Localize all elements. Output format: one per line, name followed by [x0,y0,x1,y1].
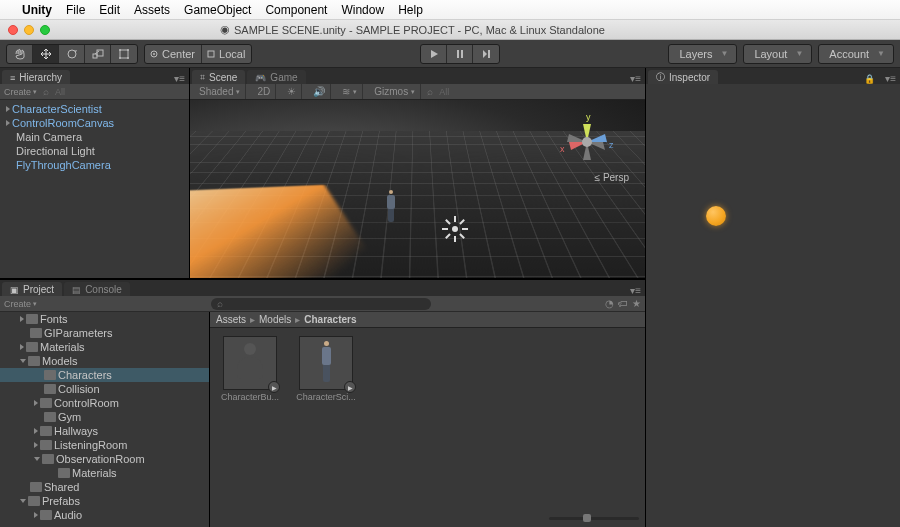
svg-point-7 [127,57,129,59]
menu-window[interactable]: Window [341,3,384,17]
project-console-area: ▣Project ▤Console ▾≡ Create ▾ ◔ 🏷 ★ Font… [0,278,645,527]
zoom-window-button[interactable] [40,25,50,35]
svg-rect-1 [93,54,97,58]
pivot-space-group: Center Local [144,44,252,64]
project-search[interactable] [211,298,431,310]
svg-rect-12 [461,50,463,58]
asset-preview-play-icon[interactable]: ▶ [344,381,356,393]
projection-label[interactable]: ≤ Persp [595,172,629,183]
project-tree[interactable]: Fonts GIParameters Materials Models Char… [0,312,210,527]
svg-point-6 [119,57,121,59]
shading-dropdown[interactable]: Shaded ▾ [194,84,246,99]
hand-tool[interactable] [7,45,33,63]
search-icon [217,298,223,309]
svg-text:x: x [560,144,565,154]
svg-point-23 [582,137,592,147]
hierarchy-search[interactable]: All [55,87,65,97]
label-icon[interactable]: 🏷 [618,298,628,309]
pause-button[interactable] [447,45,473,63]
svg-text:y: y [586,112,591,122]
scene-fx-toggle[interactable]: ≋ ▾ [337,84,363,99]
scene-search[interactable]: All [439,87,449,97]
scene-toolbar: Shaded ▾ 2D ☀ 🔊 ≋ ▾ Gizmos ▾ All [190,84,645,100]
svg-rect-2 [97,50,103,56]
pivot-toggle[interactable]: Center [145,45,202,63]
svg-point-4 [119,49,121,51]
scene-viewport[interactable]: y z x ≤ Persp [190,100,645,278]
move-tool[interactable] [33,45,59,63]
menu-edit[interactable]: Edit [99,3,120,17]
menu-help[interactable]: Help [398,3,423,17]
tab-project[interactable]: ▣Project [2,282,62,296]
tab-game[interactable]: 🎮Game [247,70,305,84]
svg-rect-11 [457,50,459,58]
hierarchy-panel: ≡Hierarchy ▾≡ Create ▾ All CharacterScie… [0,68,190,278]
app-menu[interactable]: Unity [22,3,52,17]
asset-item[interactable]: ▶ CharacterBu... [218,336,282,402]
svg-rect-10 [208,51,214,57]
asset-item[interactable]: ▶ CharacterSci... [294,336,358,402]
menu-component[interactable]: Component [265,3,327,17]
mac-menubar: Unity File Edit Assets GameObject Compon… [0,0,900,20]
search-icon [427,86,433,97]
svg-point-5 [127,49,129,51]
svg-text:z: z [609,140,614,150]
pivot-icon [149,49,159,59]
tab-hierarchy[interactable]: ≡Hierarchy [2,70,70,84]
panel-menu-icon[interactable]: ▾≡ [170,73,189,84]
step-button[interactable] [473,45,499,63]
orientation-gizmo[interactable]: y z x [557,112,617,172]
window-titlebar: ◉ SAMPLE SCENE.unity - SAMPLE PROJECT - … [0,20,900,40]
scale-tool[interactable] [85,45,111,63]
svg-point-9 [153,53,155,55]
layout-dropdown[interactable]: Layout▼ [743,44,812,64]
space-icon [206,49,216,59]
tab-scene[interactable]: ⌗Scene [192,70,245,84]
svg-rect-13 [488,50,490,58]
assets-grid[interactable]: ▶ CharacterBu... ▶ CharacterSci... [210,328,645,527]
menu-assets[interactable]: Assets [134,3,170,17]
play-controls [420,44,500,64]
transform-tool-group [6,44,138,64]
menu-gameobject[interactable]: GameObject [184,3,251,17]
scene-lighting-toggle[interactable]: ☀ [282,84,302,99]
space-toggle[interactable]: Local [202,45,251,63]
account-dropdown[interactable]: Account▼ [818,44,894,64]
mode-2d-toggle[interactable]: 2D [252,84,276,99]
light-gizmo-icon[interactable] [444,218,466,240]
main-toolbar: Center Local Layers▼ Layout▼ Account▼ [0,40,900,68]
asset-preview-play-icon[interactable]: ▶ [268,381,280,393]
menu-file[interactable]: File [66,3,85,17]
favorite-icon[interactable]: ★ [632,298,641,309]
panel-menu-icon[interactable]: ▾≡ [626,73,645,84]
highlight-marker-icon [706,206,726,226]
hierarchy-create-dropdown[interactable]: Create ▾ [4,87,37,97]
lock-icon[interactable]: 🔒 [864,74,879,84]
scene-panel: ⌗Scene 🎮Game ▾≡ Shaded ▾ 2D ☀ 🔊 ≋ ▾ Gizm… [190,68,645,278]
layers-dropdown[interactable]: Layers▼ [668,44,737,64]
filter-icon[interactable]: ◔ [605,298,614,309]
hierarchy-list[interactable]: CharacterScientist ControlRoomCanvas Mai… [0,100,189,278]
scene-audio-toggle[interactable]: 🔊 [308,84,331,99]
search-icon [43,86,49,97]
scene-character [384,190,398,224]
tab-console[interactable]: ▤Console [64,282,130,296]
breadcrumb[interactable]: Assets▸ Models▸ Characters [210,312,645,328]
play-button[interactable] [421,45,447,63]
rect-tool[interactable] [111,45,137,63]
unity-doc-icon: ◉ [220,23,230,36]
panel-menu-icon[interactable]: ▾≡ [626,285,645,296]
svg-rect-3 [120,50,128,58]
window-title: SAMPLE SCENE.unity - SAMPLE PROJECT - PC… [234,24,605,36]
inspector-panel: ⓘInspector 🔒 ▾≡ [646,68,900,527]
gizmos-dropdown[interactable]: Gizmos ▾ [369,84,421,99]
thumbnail-size-slider[interactable] [549,513,639,523]
project-create-dropdown[interactable]: Create ▾ [4,299,37,309]
panel-menu-icon[interactable]: ▾≡ [881,73,900,84]
rotate-tool[interactable] [59,45,85,63]
close-window-button[interactable] [8,25,18,35]
tab-inspector[interactable]: ⓘInspector [648,70,718,84]
minimize-window-button[interactable] [24,25,34,35]
